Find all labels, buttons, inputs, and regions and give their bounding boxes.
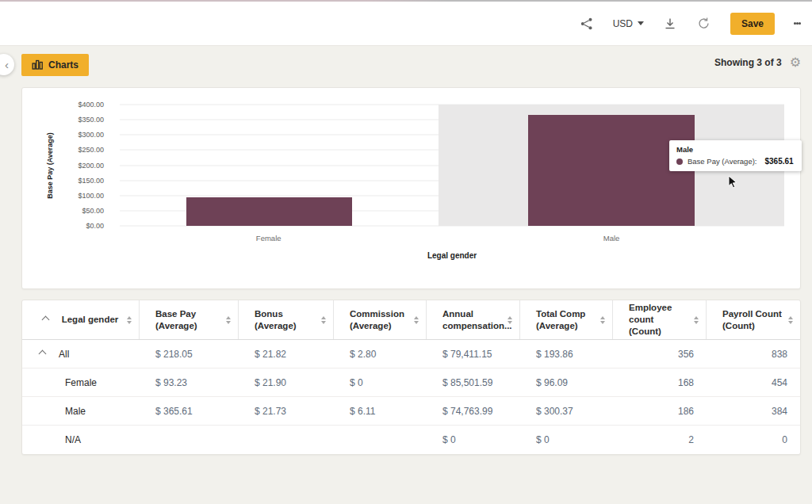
- charts-button-label: Charts: [48, 59, 79, 71]
- back-button[interactable]: ‹: [0, 54, 14, 75]
- x-tick-labels: Female Male: [120, 234, 784, 245]
- column-header-label2: (Average): [350, 320, 408, 332]
- y-tick-label: $250.00: [78, 146, 104, 154]
- content-area: ‹ Charts Showing 3 of 3 ⚙ Base Pay (Aver…: [0, 46, 812, 504]
- column-header-bonus[interactable]: Bonus (Average): [239, 300, 334, 339]
- share-icon[interactable]: [580, 17, 594, 31]
- chart-tooltip: Male Base Pay (Average): $365.61: [669, 140, 802, 171]
- column-header-label: Total Comp: [536, 308, 595, 320]
- charts-button[interactable]: Charts: [21, 54, 89, 76]
- column-header-legal-gender[interactable]: Legal gender: [22, 300, 140, 339]
- column-header-label: Payroll Count: [722, 308, 783, 320]
- cell-bonus: $ 21.90: [239, 377, 334, 388]
- sort-icon[interactable]: [600, 316, 605, 324]
- y-tick-label: $350.00: [78, 116, 104, 124]
- column-header-label: Base Pay: [155, 308, 220, 320]
- cell-annual-compensation: $ 74,763.99: [427, 406, 520, 417]
- cell-commission: $ 0: [334, 377, 427, 388]
- sort-icon[interactable]: [788, 316, 793, 324]
- row-label-cell: Female: [22, 377, 140, 388]
- table-row-male[interactable]: Male $ 365.61 $ 21.73 $ 6.11 $ 74,763.99…: [22, 397, 800, 426]
- currency-dropdown[interactable]: USD: [613, 18, 644, 29]
- column-header-annual-compensation[interactable]: Annual compensation...: [427, 300, 520, 339]
- bar-female[interactable]: [186, 197, 353, 226]
- row-label-cell: All: [22, 349, 140, 360]
- column-header-label: Commission: [350, 308, 408, 320]
- column-header-total-comp[interactable]: Total Comp (Average): [520, 300, 613, 339]
- sort-icon[interactable]: [226, 316, 231, 324]
- table-header-row: Legal gender Base Pay (Average) Bonus (A…: [22, 300, 800, 340]
- column-header-label: Employee count: [629, 302, 688, 326]
- column-header-payroll-count[interactable]: Payroll Count (Count): [707, 300, 800, 339]
- column-header-label2: (Average): [536, 320, 595, 332]
- cell-commission: $ 2.80: [334, 349, 427, 360]
- sort-icon[interactable]: [508, 316, 512, 324]
- refresh-icon[interactable]: [696, 16, 711, 31]
- tooltip-title: Male: [676, 145, 794, 154]
- cell-base-pay: $ 93.23: [140, 377, 239, 388]
- tooltip-series-dot: [676, 158, 683, 165]
- cell-bonus: $ 21.82: [239, 349, 334, 360]
- bar-chart-icon: [32, 59, 43, 72]
- column-header-label: Legal gender: [62, 315, 119, 324]
- table-row-female[interactable]: Female $ 93.23 $ 21.90 $ 0 $ 85,501.59 $…: [22, 368, 800, 397]
- currency-value: USD: [613, 18, 633, 29]
- cell-total-comp: $ 96.09: [520, 377, 613, 388]
- sort-icon[interactable]: [127, 316, 132, 324]
- row-label-cell: Male: [22, 406, 140, 417]
- column-header-base-pay[interactable]: Base Pay (Average): [140, 300, 239, 339]
- cell-annual-compensation: $ 79,411.15: [427, 349, 520, 360]
- cell-total-comp: $ 300.37: [520, 406, 613, 417]
- table-row-all[interactable]: All $ 218.05 $ 21.82 $ 2.80 $ 79,411.15 …: [22, 340, 800, 368]
- column-header-employee-count[interactable]: Employee count (Count): [613, 300, 707, 339]
- save-button[interactable]: Save: [730, 13, 775, 35]
- table-row-na[interactable]: N/A $ 0 $ 0 2 0: [22, 426, 800, 454]
- row-label: Female: [65, 377, 97, 388]
- cell-payroll-count: 384: [707, 406, 800, 417]
- x-tick-female: Female: [256, 234, 282, 242]
- download-icon[interactable]: [663, 17, 677, 31]
- y-tick-label: $50.00: [82, 207, 104, 215]
- cell-base-pay: $ 365.61: [140, 406, 239, 417]
- cell-employee-count: 168: [613, 377, 707, 388]
- cell-employee-count: 2: [613, 434, 707, 445]
- chevron-left-icon: ‹: [5, 58, 9, 71]
- tooltip-series-label: Base Pay (Average):: [688, 157, 756, 166]
- mouse-cursor: [728, 175, 738, 192]
- cell-payroll-count: 454: [707, 377, 800, 388]
- sort-icon[interactable]: [321, 316, 326, 324]
- cell-bonus: $ 21.73: [239, 406, 334, 417]
- x-tick-male: Male: [603, 234, 620, 242]
- collapse-chevron-icon[interactable]: [41, 316, 49, 324]
- kebab-menu-icon[interactable]: [794, 21, 801, 27]
- tooltip-row: Base Pay (Average): $365.61: [676, 157, 794, 166]
- cell-payroll-count: 0: [707, 434, 800, 445]
- x-axis-title: Legal gender: [120, 251, 784, 260]
- gear-icon[interactable]: ⚙: [790, 56, 801, 69]
- y-tick-label: $0.00: [86, 222, 104, 230]
- y-tick-label: $400.00: [78, 101, 104, 109]
- column-header-label: Bonus (Average): [255, 308, 316, 332]
- row-label: All: [59, 349, 69, 360]
- collapse-chevron-icon[interactable]: [39, 350, 47, 358]
- sort-icon[interactable]: [694, 316, 699, 324]
- row-label-cell: N/A: [22, 434, 140, 445]
- chevron-down-icon: [638, 21, 644, 25]
- column-header-label2: (Count): [722, 320, 783, 332]
- subheader-right: Showing 3 of 3 ⚙: [714, 56, 801, 69]
- cell-total-comp: $ 0: [520, 434, 613, 445]
- cell-employee-count: 356: [613, 349, 707, 360]
- showing-count-label: Showing 3 of 3: [714, 57, 782, 68]
- summary-table: Legal gender Base Pay (Average) Bonus (A…: [21, 300, 801, 455]
- y-tick-labels: $400.00$350.00$300.00$250.00$200.00$150.…: [22, 105, 112, 226]
- cell-total-comp: $ 193.86: [520, 349, 613, 360]
- cell-payroll-count: 838: [707, 349, 800, 360]
- chart-card: Base Pay (Average) $400.00$350.00$300.00…: [21, 87, 801, 289]
- column-header-commission[interactable]: Commission (Average): [334, 300, 427, 339]
- sort-icon[interactable]: [414, 316, 419, 324]
- cell-employee-count: 186: [613, 406, 707, 417]
- y-tick-label: $100.00: [78, 192, 104, 200]
- column-header-label2: (Count): [629, 326, 688, 338]
- tooltip-value: $365.61: [764, 157, 793, 166]
- cell-annual-compensation: $ 85,501.59: [427, 377, 520, 388]
